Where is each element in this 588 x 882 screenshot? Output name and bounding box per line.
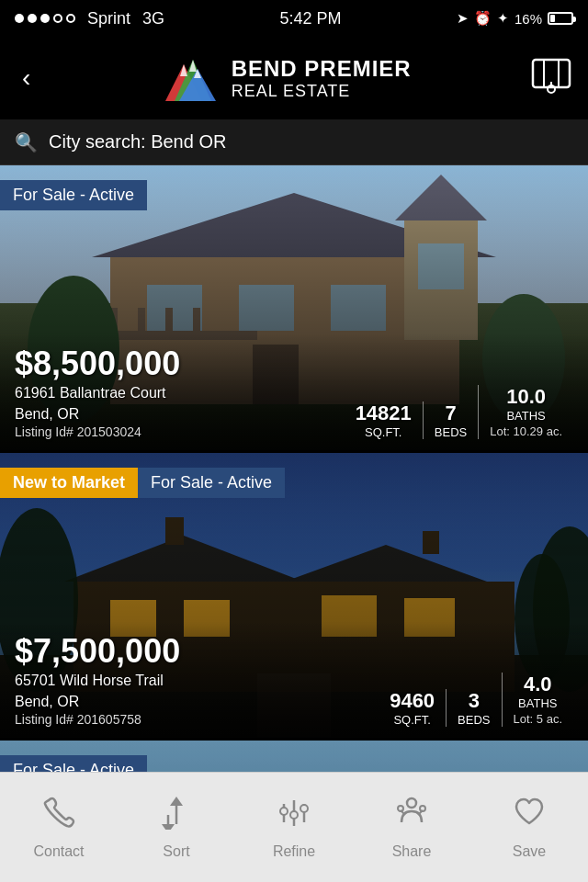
signal-dot-4 [53,14,62,23]
listing-1-sqft-label: SQ.FT. [356,425,412,439]
listing-1-tags: For Sale - Active [0,180,147,210]
back-button[interactable]: ‹ [15,56,38,100]
network-label: 3G [142,9,164,28]
header: ‹ BEND PREMIER REAL ESTATE [0,37,588,119]
listing-1-sqft: 14821 SQ.FT. [345,401,423,439]
tab-share-label: Share [392,843,432,860]
search-bar[interactable]: 🔍 City search: Bend OR [0,119,588,165]
sort-icon [159,795,194,838]
svg-marker-47 [170,797,183,806]
tab-contact-label: Contact [33,843,84,860]
battery-icon [548,12,573,25]
tab-refine[interactable]: Refine [235,773,353,882]
search-icon: 🔍 [15,131,38,153]
logo-area: BEND PREMIER REAL ESTATE [156,51,412,106]
back-chevron-icon: ‹ [22,63,30,92]
share-icon [394,795,429,838]
listing-1-baths: 10.0 BATHS Lot: 10.29 ac. [478,385,573,439]
svg-point-56 [407,798,416,808]
listings-container: For Sale - Active $8,500,000 61961 Balla… [0,165,588,864]
svg-point-53 [280,808,288,815]
time-display: 5:42 PM [280,9,342,28]
listing-card-2[interactable]: New to Market For Sale - Active $7,500,0… [0,453,588,741]
listing-2-baths-value: 4.0 [514,673,562,696]
tab-contact[interactable]: Contact [0,773,118,882]
battery-percent: 16% [514,11,542,27]
svg-point-54 [290,811,298,819]
signal-dot-2 [28,14,37,23]
battery-fill [550,15,555,22]
listing-1-baths-value: 10.0 [490,385,562,409]
listing-2-baths-label: BATHS [514,696,562,710]
listing-1-baths-label: BATHS [490,409,562,423]
phone-icon [41,795,76,838]
signal-dot-5 [66,14,75,23]
tab-sort[interactable]: Sort [118,773,235,882]
svg-point-55 [300,805,308,812]
tab-sort-label: Sort [163,843,189,860]
carrier-label: Sprint [87,9,130,28]
listing-2-lot: Lot: 5 ac. [514,712,562,726]
listing-2-sqft-value: 9460 [390,689,435,713]
svg-point-60 [420,806,425,811]
map-icon [529,56,573,95]
listing-2-beds-value: 3 [458,689,490,713]
status-bar: Sprint 3G 5:42 PM ➤ ⏰ ✦ 16% [0,0,588,37]
listing-1-lot: Lot: 10.29 ac. [490,424,562,438]
brand-line-1: BEND PREMIER [232,56,412,82]
tab-save[interactable]: Save [470,773,588,882]
tab-share[interactable]: Share [353,773,470,882]
listing-1-beds-label: BEDS [435,425,467,439]
heart-svg [512,795,547,830]
signal-area: Sprint 3G [15,9,164,28]
listing-2-baths: 4.0 BATHS Lot: 5 ac. [502,673,573,727]
share-svg [394,795,429,830]
svg-point-59 [398,806,403,811]
listing-2-beds: 3 BEDS [446,689,501,727]
phone-svg [41,795,76,830]
map-button[interactable] [529,56,573,101]
system-icons: ➤ ⏰ ✦ 16% [457,10,573,27]
listing-2-sqft-label: SQ.FT. [390,713,435,727]
listing-1-status-tag: For Sale - Active [0,180,147,210]
alarm-icon: ⏰ [474,10,492,27]
svg-marker-49 [162,824,175,830]
heart-icon [512,795,547,838]
listing-1-beds: 7 BEDS [423,401,478,439]
brand-logo-icon [156,51,220,106]
refine-svg [277,795,311,830]
listing-1-beds-value: 7 [435,401,467,425]
bluetooth-icon: ✦ [497,10,509,27]
signal-dot-3 [40,14,50,23]
listing-1-stats: 14821 SQ.FT. 7 BEDS 10.0 BATHS Lot: 10.2… [330,374,588,450]
refine-icon [277,795,311,838]
tab-bar: Contact Sort Refine [0,772,588,882]
listing-2-status-tag: For Sale - Active [138,468,285,498]
search-query: City search: Bend OR [49,131,226,153]
listing-2-stats: 9460 SQ.FT. 3 BEDS 4.0 BATHS Lot: 5 ac. [364,662,588,738]
tab-refine-label: Refine [273,843,315,860]
listing-2-beds-label: BEDS [458,713,490,727]
listing-1-sqft-value: 14821 [356,401,412,425]
listing-2-tags: New to Market For Sale - Active [0,468,285,498]
brand-line-2: REAL ESTATE [232,82,412,101]
tab-save-label: Save [513,843,546,860]
listing-card-1[interactable]: For Sale - Active $8,500,000 61961 Balla… [0,165,588,453]
signal-dot-1 [15,14,24,23]
brand-name: BEND PREMIER REAL ESTATE [232,56,412,101]
sort-svg [159,795,194,830]
location-icon: ➤ [457,10,469,27]
listing-2-new-tag: New to Market [0,468,138,498]
listing-2-sqft: 9460 SQ.FT. [379,689,446,727]
